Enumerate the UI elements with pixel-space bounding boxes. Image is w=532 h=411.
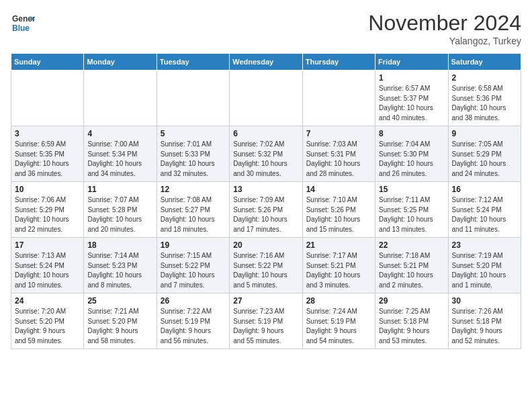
day-info: Sunrise: 7:15 AM Sunset: 5:22 PM Dayligh…	[161, 251, 226, 290]
day-cell: 12Sunrise: 7:08 AM Sunset: 5:27 PM Dayli…	[157, 182, 229, 238]
day-cell: 11Sunrise: 7:07 AM Sunset: 5:28 PM Dayli…	[84, 182, 157, 238]
day-number: 7	[306, 129, 371, 138]
day-info: Sunrise: 7:00 AM Sunset: 5:34 PM Dayligh…	[87, 140, 152, 179]
day-info: Sunrise: 7:12 AM Sunset: 5:24 PM Dayligh…	[452, 195, 517, 234]
day-number: 17	[15, 240, 80, 250]
day-cell: 18Sunrise: 7:14 AM Sunset: 5:23 PM Dayli…	[84, 238, 157, 293]
day-cell: 26Sunrise: 7:22 AM Sunset: 5:19 PM Dayli…	[157, 293, 229, 349]
day-cell: 14Sunrise: 7:10 AM Sunset: 5:26 PM Dayli…	[302, 182, 375, 238]
header-saturday: Saturday	[448, 54, 521, 71]
day-info: Sunrise: 7:04 AM Sunset: 5:30 PM Dayligh…	[379, 140, 444, 179]
header-thursday: Thursday	[302, 54, 375, 71]
day-number: 20	[233, 240, 298, 250]
logo-icon: General Blue	[11, 11, 35, 35]
day-info: Sunrise: 7:13 AM Sunset: 5:24 PM Dayligh…	[15, 251, 80, 290]
month-title: November 2024	[368, 11, 521, 36]
day-cell: 2Sunrise: 6:58 AM Sunset: 5:36 PM Daylig…	[448, 71, 521, 126]
day-cell	[84, 71, 157, 126]
day-cell: 29Sunrise: 7:25 AM Sunset: 5:18 PM Dayli…	[375, 293, 448, 349]
day-info: Sunrise: 7:26 AM Sunset: 5:18 PM Dayligh…	[452, 307, 517, 346]
day-info: Sunrise: 7:01 AM Sunset: 5:33 PM Dayligh…	[161, 140, 226, 179]
day-number: 1	[379, 73, 444, 83]
day-cell: 27Sunrise: 7:23 AM Sunset: 5:19 PM Dayli…	[230, 293, 302, 349]
day-info: Sunrise: 7:14 AM Sunset: 5:23 PM Dayligh…	[87, 251, 152, 290]
header-friday: Friday	[375, 54, 448, 71]
day-number: 15	[379, 185, 444, 194]
day-cell: 10Sunrise: 7:06 AM Sunset: 5:29 PM Dayli…	[11, 182, 84, 238]
day-cell: 8Sunrise: 7:04 AM Sunset: 5:30 PM Daylig…	[375, 126, 448, 182]
day-number: 24	[15, 296, 80, 306]
day-cell: 16Sunrise: 7:12 AM Sunset: 5:24 PM Dayli…	[448, 182, 521, 238]
day-info: Sunrise: 7:09 AM Sunset: 5:26 PM Dayligh…	[233, 195, 298, 234]
day-cell: 4Sunrise: 7:00 AM Sunset: 5:34 PM Daylig…	[84, 126, 157, 182]
day-info: Sunrise: 7:10 AM Sunset: 5:26 PM Dayligh…	[306, 195, 371, 234]
day-info: Sunrise: 6:58 AM Sunset: 5:36 PM Dayligh…	[452, 84, 517, 123]
location: Yalangoz, Turkey	[368, 36, 521, 46]
day-cell: 9Sunrise: 7:05 AM Sunset: 5:29 PM Daylig…	[448, 126, 521, 182]
day-info: Sunrise: 7:21 AM Sunset: 5:20 PM Dayligh…	[87, 307, 152, 346]
week-row-3: 17Sunrise: 7:13 AM Sunset: 5:24 PM Dayli…	[11, 238, 521, 293]
day-number: 29	[379, 296, 444, 306]
day-cell: 22Sunrise: 7:18 AM Sunset: 5:21 PM Dayli…	[375, 238, 448, 293]
day-number: 30	[452, 296, 517, 306]
day-info: Sunrise: 7:07 AM Sunset: 5:28 PM Dayligh…	[87, 195, 152, 234]
day-info: Sunrise: 7:06 AM Sunset: 5:29 PM Dayligh…	[15, 195, 80, 234]
day-cell: 6Sunrise: 7:02 AM Sunset: 5:32 PM Daylig…	[230, 126, 302, 182]
day-info: Sunrise: 7:03 AM Sunset: 5:31 PM Dayligh…	[306, 140, 371, 179]
day-number: 22	[379, 240, 444, 250]
day-info: Sunrise: 7:16 AM Sunset: 5:22 PM Dayligh…	[233, 251, 298, 290]
day-number: 11	[87, 185, 152, 194]
day-info: Sunrise: 7:11 AM Sunset: 5:25 PM Dayligh…	[379, 195, 444, 234]
week-row-1: 3Sunrise: 6:59 AM Sunset: 5:35 PM Daylig…	[11, 126, 521, 182]
day-info: Sunrise: 7:17 AM Sunset: 5:21 PM Dayligh…	[306, 251, 371, 290]
day-info: Sunrise: 7:08 AM Sunset: 5:27 PM Dayligh…	[161, 195, 226, 234]
week-row-4: 24Sunrise: 7:20 AM Sunset: 5:20 PM Dayli…	[11, 293, 521, 349]
day-cell: 30Sunrise: 7:26 AM Sunset: 5:18 PM Dayli…	[448, 293, 521, 349]
day-number: 9	[452, 129, 517, 138]
week-row-2: 10Sunrise: 7:06 AM Sunset: 5:29 PM Dayli…	[11, 182, 521, 238]
day-info: Sunrise: 7:24 AM Sunset: 5:19 PM Dayligh…	[306, 307, 371, 346]
day-number: 14	[306, 185, 371, 194]
day-number: 18	[87, 240, 152, 250]
day-cell: 23Sunrise: 7:19 AM Sunset: 5:20 PM Dayli…	[448, 238, 521, 293]
day-number: 8	[379, 129, 444, 138]
logo: General Blue	[11, 11, 35, 35]
header-wednesday: Wednesday	[230, 54, 302, 71]
day-info: Sunrise: 6:57 AM Sunset: 5:37 PM Dayligh…	[379, 84, 444, 123]
day-number: 23	[452, 240, 517, 250]
day-cell: 28Sunrise: 7:24 AM Sunset: 5:19 PM Dayli…	[302, 293, 375, 349]
day-number: 10	[15, 185, 80, 194]
day-cell: 24Sunrise: 7:20 AM Sunset: 5:20 PM Dayli…	[11, 293, 84, 349]
day-cell: 25Sunrise: 7:21 AM Sunset: 5:20 PM Dayli…	[84, 293, 157, 349]
day-number: 6	[233, 129, 298, 138]
header-sunday: Sunday	[11, 54, 84, 71]
day-cell	[302, 71, 375, 126]
day-number: 13	[233, 185, 298, 194]
day-number: 25	[87, 296, 152, 306]
svg-text:Blue: Blue	[12, 24, 30, 33]
day-info: Sunrise: 6:59 AM Sunset: 5:35 PM Dayligh…	[15, 140, 80, 179]
header-monday: Monday	[84, 54, 157, 71]
day-number: 26	[161, 296, 226, 306]
day-cell	[11, 71, 84, 126]
header-tuesday: Tuesday	[157, 54, 229, 71]
day-cell: 20Sunrise: 7:16 AM Sunset: 5:22 PM Dayli…	[230, 238, 302, 293]
day-info: Sunrise: 7:22 AM Sunset: 5:19 PM Dayligh…	[161, 307, 226, 346]
day-number: 5	[161, 129, 226, 138]
day-cell: 19Sunrise: 7:15 AM Sunset: 5:22 PM Dayli…	[157, 238, 229, 293]
day-info: Sunrise: 7:02 AM Sunset: 5:32 PM Dayligh…	[233, 140, 298, 179]
day-cell: 21Sunrise: 7:17 AM Sunset: 5:21 PM Dayli…	[302, 238, 375, 293]
day-info: Sunrise: 7:23 AM Sunset: 5:19 PM Dayligh…	[233, 307, 298, 346]
title-section: November 2024 Yalangoz, Turkey	[368, 11, 521, 46]
day-number: 27	[233, 296, 298, 306]
day-cell: 5Sunrise: 7:01 AM Sunset: 5:33 PM Daylig…	[157, 126, 229, 182]
day-cell: 3Sunrise: 6:59 AM Sunset: 5:35 PM Daylig…	[11, 126, 84, 182]
day-cell: 15Sunrise: 7:11 AM Sunset: 5:25 PM Dayli…	[375, 182, 448, 238]
day-number: 4	[87, 129, 152, 138]
day-info: Sunrise: 7:19 AM Sunset: 5:20 PM Dayligh…	[452, 251, 517, 290]
day-info: Sunrise: 7:25 AM Sunset: 5:18 PM Dayligh…	[379, 307, 444, 346]
day-number: 12	[161, 185, 226, 194]
day-cell: 13Sunrise: 7:09 AM Sunset: 5:26 PM Dayli…	[230, 182, 302, 238]
day-cell: 7Sunrise: 7:03 AM Sunset: 5:31 PM Daylig…	[302, 126, 375, 182]
day-number: 21	[306, 240, 371, 250]
